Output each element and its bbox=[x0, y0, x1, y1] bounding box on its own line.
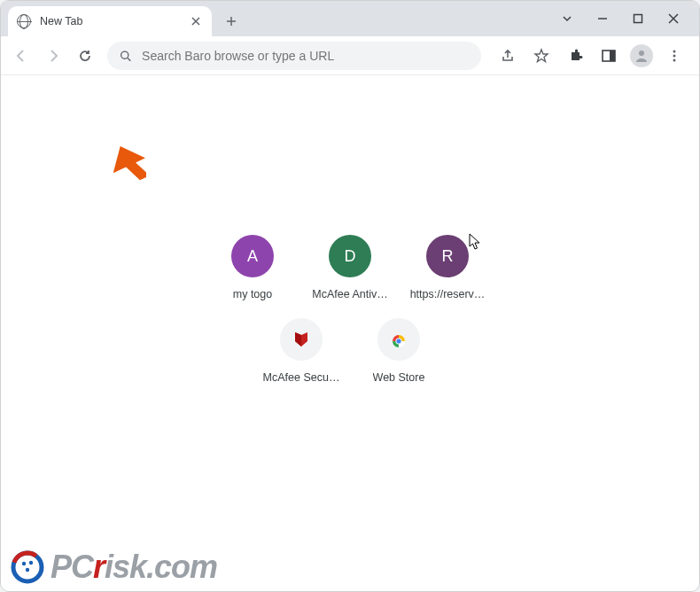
svg-point-5 bbox=[673, 50, 676, 52]
tab-title: New Tab bbox=[40, 15, 189, 27]
svg-point-15 bbox=[26, 568, 29, 572]
close-icon bbox=[668, 13, 679, 24]
reload-icon bbox=[77, 48, 93, 64]
minimize-icon bbox=[597, 13, 608, 24]
star-icon bbox=[533, 48, 549, 64]
sidepanel-button[interactable] bbox=[596, 43, 621, 68]
forward-button[interactable] bbox=[40, 43, 66, 69]
chevron-down-icon bbox=[562, 13, 572, 24]
shortcut-icon: D bbox=[329, 235, 371, 277]
shortcut-label: Web Store bbox=[373, 371, 425, 384]
svg-rect-0 bbox=[634, 15, 642, 23]
shortcut-tile[interactable]: McAfee Secu… bbox=[253, 318, 350, 384]
svg-point-4 bbox=[639, 51, 644, 56]
menu-button[interactable] bbox=[662, 43, 687, 68]
shortcut-label: McAfee Secu… bbox=[263, 371, 340, 384]
profile-button[interactable] bbox=[630, 44, 653, 67]
extensions-button[interactable] bbox=[563, 43, 587, 68]
shortcut-icon: A bbox=[231, 235, 274, 277]
shortcut-tile[interactable]: Rhttps://reserv… bbox=[399, 235, 496, 300]
titlebar: New Tab bbox=[1, 1, 699, 36]
svg-point-12 bbox=[10, 549, 45, 585]
close-icon bbox=[191, 17, 200, 26]
svg-point-14 bbox=[29, 561, 33, 565]
puzzle-icon bbox=[567, 48, 583, 64]
annotation-arrow-icon bbox=[111, 144, 146, 183]
toolbar-right bbox=[490, 43, 692, 68]
shortcuts-grid: Amy togoDMcAfee Antiv…Rhttps://reserv…Mc… bbox=[204, 235, 496, 384]
globe-icon bbox=[17, 14, 31, 28]
watermark-logo-icon bbox=[10, 549, 45, 585]
svg-point-1 bbox=[121, 51, 128, 58]
svg-point-6 bbox=[673, 54, 676, 57]
search-icon bbox=[120, 50, 131, 62]
svg-rect-3 bbox=[610, 51, 615, 61]
svg-point-11 bbox=[13, 553, 42, 581]
shortcut-icon bbox=[280, 318, 323, 361]
kebab-icon bbox=[666, 48, 682, 64]
tab-close-button[interactable] bbox=[189, 14, 203, 28]
share-button[interactable] bbox=[495, 43, 520, 68]
maximize-icon bbox=[633, 13, 643, 24]
person-icon bbox=[634, 48, 649, 64]
svg-point-13 bbox=[22, 562, 26, 565]
window-controls bbox=[559, 1, 694, 36]
new-tab-page: Amy togoDMcAfee Antiv…Rhttps://reserv…Mc… bbox=[1, 75, 699, 592]
shortcut-label: my togo bbox=[233, 288, 272, 300]
arrow-right-icon bbox=[45, 48, 61, 64]
shortcut-tile[interactable]: DMcAfee Antiv… bbox=[301, 235, 399, 300]
plus-icon bbox=[226, 16, 237, 27]
maximize-button[interactable] bbox=[630, 11, 646, 27]
reload-button[interactable] bbox=[72, 43, 98, 69]
arrow-left-icon bbox=[13, 48, 29, 64]
watermark-rest: isk.com bbox=[105, 549, 217, 586]
share-icon bbox=[500, 48, 516, 64]
watermark-r: r bbox=[93, 549, 105, 586]
close-window-button[interactable] bbox=[665, 11, 681, 27]
shortcut-tile[interactable]: Web Store bbox=[350, 318, 447, 384]
back-button[interactable] bbox=[8, 43, 35, 69]
shortcut-icon bbox=[377, 318, 420, 361]
watermark-pc: PC bbox=[51, 549, 93, 586]
svg-point-7 bbox=[673, 58, 676, 61]
watermark: PCrisk.com bbox=[10, 549, 217, 586]
bookmark-button[interactable] bbox=[529, 43, 554, 68]
panel-icon bbox=[601, 48, 617, 64]
address-input[interactable] bbox=[142, 49, 469, 63]
minimize-button[interactable] bbox=[595, 11, 611, 27]
shortcut-label: https://reserv… bbox=[410, 288, 486, 300]
shortcut-label: McAfee Antiv… bbox=[312, 288, 387, 300]
omnibox[interactable] bbox=[107, 42, 481, 70]
toolbar bbox=[1, 36, 699, 75]
new-tab-button[interactable] bbox=[219, 9, 244, 34]
shortcut-icon: R bbox=[426, 235, 469, 277]
shortcut-tile[interactable]: Amy togo bbox=[204, 235, 301, 300]
browser-tab[interactable]: New Tab bbox=[8, 6, 212, 36]
tabs-dropdown-button[interactable] bbox=[559, 11, 575, 27]
